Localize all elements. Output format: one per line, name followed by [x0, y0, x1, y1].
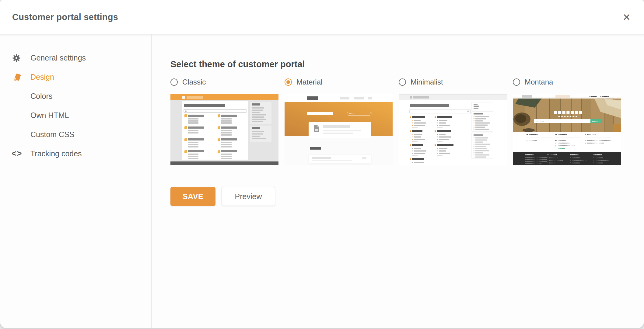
material-radio-label: Material [296, 78, 322, 86]
classic-theme-thumbnail[interactable] [170, 94, 278, 165]
sidebar-item-label: Tracking codes [30, 149, 82, 158]
montana-theme-thumbnail[interactable] [513, 94, 621, 165]
sidebar-item-label: Colors [30, 92, 52, 101]
theme-settings-panel: Select theme of customer portal Classic [152, 34, 644, 328]
material-theme-thumbnail[interactable] [285, 94, 393, 165]
sidebar-item-tracking-codes[interactable]: <> Tracking codes [0, 144, 151, 163]
minimalist-radio-button[interactable] [399, 78, 406, 86]
sidebar-item-label: Design [30, 73, 54, 81]
design-swatches-icon [12, 72, 30, 83]
dialog-title: Customer portal settings [12, 12, 118, 22]
theme-option-minimalist: Minimalist [399, 78, 507, 165]
sidebar-item-general-settings[interactable]: General settings [0, 48, 151, 68]
sidebar-item-custom-css[interactable]: Custom CSS [0, 125, 151, 144]
sidebar-item-label: Custom CSS [30, 130, 74, 139]
classic-radio-row[interactable]: Classic [170, 78, 278, 86]
theme-options-row: Classic [170, 78, 644, 165]
theme-option-montana: Montana [513, 78, 621, 165]
code-icon: <> [12, 149, 30, 158]
action-buttons-row: SAVE Preview [170, 187, 644, 206]
gear-icon [12, 53, 30, 63]
theme-option-classic: Classic [170, 78, 278, 165]
sidebar-item-label: Own HTML [30, 111, 69, 120]
customer-portal-settings-dialog: Customer portal settings ✕ [0, 0, 644, 328]
dialog-body: General settings Design [0, 34, 644, 328]
settings-sidebar: General settings Design [0, 34, 152, 328]
montana-radio-button[interactable] [513, 78, 520, 86]
sidebar-item-label: General settings [30, 54, 86, 62]
montana-radio-row[interactable]: Montana [513, 78, 621, 86]
material-radio-row[interactable]: Material [285, 78, 393, 86]
dialog-header: Customer portal settings ✕ [0, 0, 644, 34]
close-button[interactable]: ✕ [620, 10, 634, 24]
minimalist-radio-row[interactable]: Minimalist [399, 78, 507, 86]
montana-radio-label: Montana [525, 78, 553, 86]
sidebar-item-design[interactable]: Design [0, 68, 151, 87]
sidebar-item-own-html[interactable]: Own HTML [0, 106, 151, 125]
sidebar-item-colors[interactable]: Colors [0, 87, 151, 106]
minimalist-theme-thumbnail[interactable] [399, 94, 507, 165]
close-icon: ✕ [623, 12, 631, 22]
minimalist-radio-label: Minimalist [411, 78, 443, 86]
classic-radio-label: Classic [182, 78, 206, 86]
save-button[interactable]: SAVE [170, 187, 215, 206]
preview-button[interactable]: Preview [222, 187, 275, 206]
theme-option-material: Material [285, 78, 393, 165]
material-radio-button[interactable] [285, 78, 292, 86]
classic-radio-button[interactable] [170, 78, 178, 86]
page-title: Select theme of customer portal [170, 59, 644, 69]
